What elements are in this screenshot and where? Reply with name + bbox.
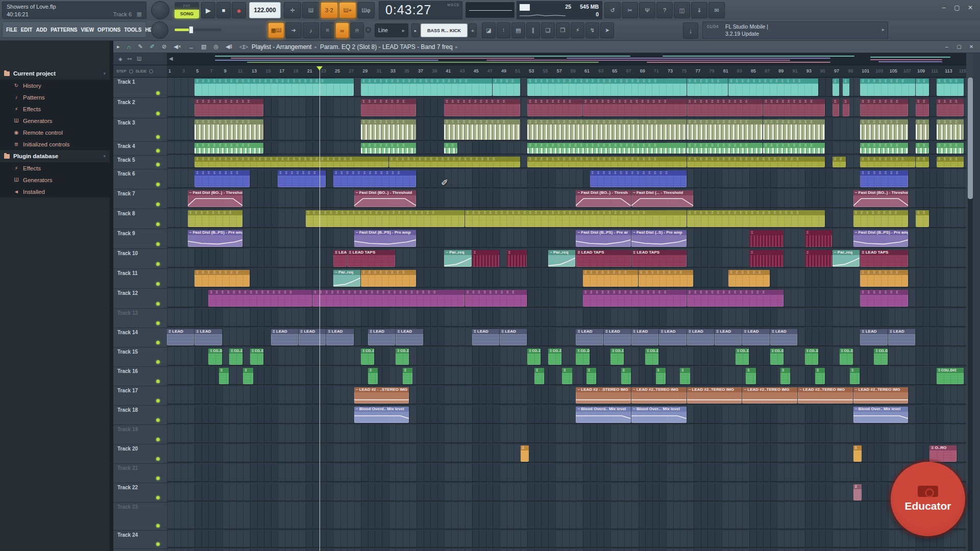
track-led[interactable]	[156, 203, 160, 206]
step-arrow-icon[interactable]: ➔	[285, 22, 302, 38]
audio-clip[interactable]: Ξ LEAD	[500, 329, 527, 345]
mini-clip[interactable]: Ξ	[586, 368, 596, 384]
stab-pattern-clip[interactable]: Ξ	[805, 230, 832, 247]
audio-clip[interactable]: Ξ LEAD	[888, 329, 915, 345]
panel-divider[interactable]	[110, 41, 113, 551]
track-lane-track-16[interactable]: ΞΞΞΞΞΞΞΞΞΞΞΞΞΞΞ COU..D#2	[167, 367, 966, 385]
pattern-clip[interactable]: Ξ O..RO	[929, 445, 957, 462]
piano-roll-window-icon[interactable]: ⁝	[497, 22, 510, 38]
mini-clip[interactable]: Ξ COU..D#2	[937, 368, 964, 384]
pattern-clip[interactable]: ΞΞΞΞΞΞΞΞΞΞ	[194, 119, 263, 140]
audio-clip[interactable]: Ξ LEAD	[860, 329, 887, 345]
help-icon[interactable]: ?	[656, 2, 673, 18]
browser-item-history[interactable]: ↻History	[0, 80, 110, 91]
pattern-clip[interactable]: ΞΞΞΞΞΞΞΞΞ	[763, 143, 825, 154]
automation-clip[interactable]: ~ Blood Overd.. Mix level	[354, 407, 409, 423]
playlist-audition-icon[interactable]: ◁▷	[239, 43, 248, 50]
browser-section-plugin-database[interactable]: Plugin database▾	[0, 150, 110, 162]
audio-clip[interactable]: Ξ LEAD	[770, 329, 797, 345]
track-led[interactable]	[156, 262, 160, 266]
browser-item-plugin-generators[interactable]: ШGenerators	[0, 174, 110, 186]
browser-section-current-project[interactable]: Current project▾	[0, 67, 110, 80]
track-led[interactable]	[156, 496, 160, 499]
track-name-track-18[interactable]: Track 18	[113, 406, 167, 425]
audio-clip[interactable]: Ξ LEAD	[271, 329, 298, 345]
pattern-clip[interactable]: ΞΞΞΞΞΞΞΞΞΞΞΞΞΞΞΞΞΞΞΞΞΞΞ	[527, 157, 686, 167]
pattern-clip[interactable]: ΞΞΞΞΞΞΞΞΞΞΞΞΞ	[728, 79, 818, 96]
track-lane-track-13[interactable]	[167, 309, 966, 327]
pattern-clip[interactable]: ΞΞΞΞΞΞΞΞΞΞΞΞΞΞΞΞΞΞΞΞΞΞΞΞΞΞΞΞΞΞΞΞ	[465, 210, 687, 227]
song-position-slider[interactable]	[465, 2, 514, 18]
pattern-clip[interactable]: ΞΞΞΞΞΞΞΞΞΞΞΞΞΞΞ	[583, 99, 687, 116]
plugin-picker-icon[interactable]: ⚡	[571, 22, 584, 38]
track-name-track-7[interactable]: Track 7	[113, 189, 167, 209]
tap-tempo-icon[interactable]: ✛	[284, 2, 301, 18]
mini-clip[interactable]: Ξ CO..D	[645, 348, 658, 365]
pattern-clip[interactable]: ΞΞΞΞΞΞΞΞΞΞΞΞΞΞΞΞΞΞΞΞΞΞΞ	[527, 143, 686, 154]
automation-clip[interactable]: ~ Par..req	[444, 250, 471, 267]
pattern-clip[interactable]: Ξ	[843, 79, 849, 96]
pattern-clip[interactable]: ΞΞΞΞΞΞΞΞΞΞ	[194, 143, 263, 154]
automation-clip[interactable]: ~ LEAD #2 - .STEREO IMG	[576, 387, 631, 404]
loop-record-icon[interactable]: Шφ	[357, 2, 375, 18]
track-led[interactable]	[156, 135, 160, 139]
track-lane-track-20[interactable]: ΞΞΞ O..RO	[167, 444, 966, 463]
audio-clip[interactable]: Ξ LEAD	[326, 329, 353, 345]
track-led[interactable]	[156, 222, 160, 226]
audio-clip[interactable]: Ξ LEAD	[396, 329, 423, 345]
close-button[interactable]: ✕	[965, 4, 976, 11]
track-led[interactable]	[156, 183, 160, 186]
track-lane-track-14[interactable]: Ξ LEADΞ LEADΞ LEADΞ LEADΞ LEADΞ LEADΞ LE…	[167, 328, 966, 346]
track-name-track-22[interactable]: Track 22	[113, 483, 167, 503]
automation-clip[interactable]: ~ Blood Overd.. Mix level	[576, 407, 631, 423]
shuffle-knob[interactable]	[151, 21, 168, 39]
playhead-marker[interactable]	[316, 66, 323, 70]
pattern-clip[interactable]: ΞΞΞΞ	[937, 79, 964, 96]
pattern-clip[interactable]: ΞΞΞΞΞΞΞ	[860, 270, 908, 287]
audio-clip[interactable]: Ξ LEAD	[576, 329, 603, 345]
audio-clip[interactable]: Ξ LEAD	[715, 329, 742, 345]
mini-clip[interactable]: Ξ	[746, 368, 755, 384]
render-icon[interactable]: ⇓	[691, 2, 707, 18]
track-name-track-14[interactable]: Track 14	[113, 328, 167, 347]
track-led[interactable]	[156, 542, 160, 546]
pattern-song-switch-icon[interactable]: ▦Ш	[268, 22, 284, 38]
main-volume-knob[interactable]	[151, 1, 169, 19]
mini-clip[interactable]: Ξ CO..D	[250, 348, 263, 365]
pattern-clip[interactable]: ΞΞΞΞΞΞΞ	[860, 99, 908, 116]
vertical-scrollbar-thumb[interactable]	[968, 78, 973, 199]
pattern-clip[interactable]: ΞΞΞΞΞΞΞΞΞΞΞ	[687, 143, 763, 154]
track-name-track-11[interactable]: Track 11	[113, 269, 167, 289]
pattern-clip[interactable]: Ξ	[843, 99, 849, 116]
mini-clip[interactable]: Ξ	[680, 368, 690, 384]
mic-icon[interactable]: Ψ	[639, 2, 655, 18]
step-toggle[interactable]	[129, 69, 133, 73]
automation-clip[interactable]: ~ LEAD #2..TEREO IMG	[853, 387, 909, 404]
stab-pattern-clip[interactable]: Ξ	[507, 250, 527, 267]
pattern-clip[interactable]: ΞΞΞΞΞΞΞΞΞΞΞΞΞΞΞΞΞΞΞΞ	[687, 210, 825, 227]
track-lane-track-21[interactable]	[167, 464, 966, 482]
mini-clip[interactable]: Ξ	[621, 368, 631, 384]
track-name-track-16[interactable]: Track 16	[113, 367, 167, 386]
pattern-clip[interactable]: ΞΞΞΞΞΞΞ	[860, 119, 908, 140]
cut-icon[interactable]: ✂	[622, 2, 638, 18]
pattern-clip[interactable]: ΞΞΞΞ	[937, 143, 964, 154]
track-led[interactable]	[156, 112, 160, 115]
blend-record-icon[interactable]: Ш+	[339, 2, 356, 18]
mini-clip[interactable]: Ξ	[403, 368, 412, 384]
automation-clip[interactable]: ~ Par..req	[548, 250, 575, 267]
mini-clip[interactable]: Ξ	[368, 368, 378, 384]
automation-clip[interactable]: ~ LEAD #2..TEREO IMG	[798, 387, 853, 404]
news-next-icon[interactable]: ▸	[882, 27, 885, 32]
track-led[interactable]	[156, 91, 160, 95]
track-name-track-5[interactable]: Track 5	[113, 156, 167, 169]
save-icon[interactable]: ◫	[674, 2, 690, 18]
automation-clip[interactable]: ~ Fast Dist (B..PS) - Pre ar	[576, 230, 631, 247]
automation-clip[interactable]: ~ Fast Dist (B..PS) - Pre amp	[354, 230, 416, 247]
track-name-track-17[interactable]: Track 17	[113, 386, 167, 406]
typing-keyboard-icon[interactable]: ⌗	[321, 22, 334, 38]
audio-clip[interactable]: Ξ LEAD	[659, 329, 686, 345]
pattern-clip[interactable]: ΞΞΞΞΞΞΞ	[860, 143, 908, 154]
pattern-prev-icon[interactable]: ▸	[411, 23, 420, 37]
menu-view[interactable]: VIEW	[81, 27, 94, 33]
